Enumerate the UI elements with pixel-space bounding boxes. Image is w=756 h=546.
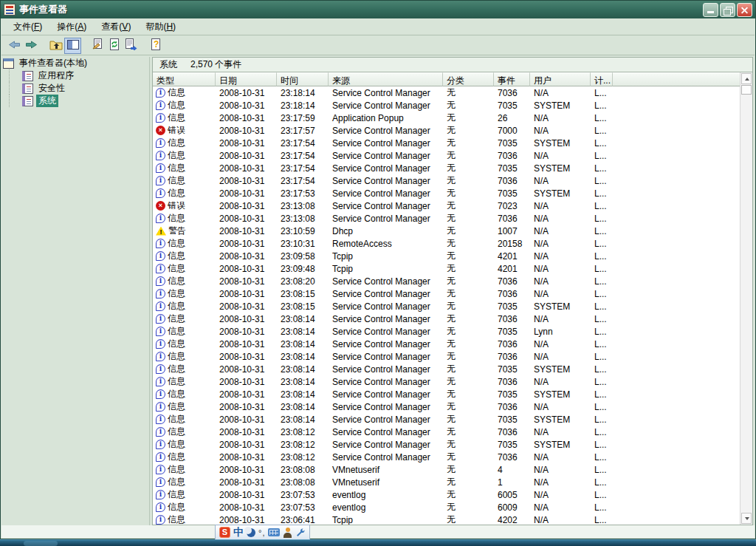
event-row[interactable]: 信息2008-10-3123:08:14Service Control Mana… — [153, 363, 740, 375]
cell-type: 信息 — [153, 438, 216, 451]
event-row[interactable]: 信息2008-10-3123:18:14Service Control Mana… — [153, 86, 740, 99]
cell-type: 信息 — [153, 250, 216, 262]
soft-keyboard-icon[interactable] — [268, 528, 280, 536]
full-half-width-icon[interactable] — [247, 528, 255, 537]
window-bottom-frame — [1, 525, 755, 538]
menu-help[interactable]: 帮助(H) — [138, 19, 183, 35]
cell-time: 23:10:31 — [277, 239, 329, 249]
event-row[interactable]: 信息2008-10-3123:08:14Service Control Mana… — [153, 388, 740, 400]
event-row[interactable]: 信息2008-10-3123:06:41Tcpip无4202N/AL... — [153, 513, 740, 525]
tools-wrench-icon[interactable] — [295, 528, 306, 538]
vertical-scrollbar[interactable] — [740, 72, 752, 525]
minimize-button[interactable] — [703, 3, 718, 17]
cell-type: 信息 — [153, 137, 216, 149]
event-row[interactable]: 信息2008-10-3123:10:31RemoteAccess无20158N/… — [153, 237, 740, 250]
title-bar[interactable]: 事件查看器 — [1, 1, 755, 18]
column-header-0[interactable]: 类型 — [153, 72, 216, 86]
event-row[interactable]: 信息2008-10-3123:13:08Service Control Mana… — [153, 212, 740, 225]
warning-event-icon — [156, 227, 166, 236]
event-row[interactable]: 信息2008-10-3123:17:54Service Control Mana… — [153, 137, 740, 149]
scroll-down-button[interactable] — [741, 513, 752, 524]
tree-item-label: 事件查看器(本地) — [17, 57, 89, 69]
info-event-icon — [156, 389, 165, 399]
tree-item-0[interactable]: 应用程序 — [3, 69, 149, 82]
cell-event: 4201 — [494, 251, 530, 262]
event-type-label: 信息 — [168, 513, 185, 525]
event-row[interactable]: 信息2008-10-3123:08:14Service Control Mana… — [153, 375, 740, 388]
column-header-6[interactable]: 用户 — [530, 72, 591, 86]
up-one-level-button[interactable] — [47, 38, 64, 54]
event-row[interactable]: 错误2008-10-3123:13:08Service Control Mana… — [153, 199, 740, 212]
column-header-3[interactable]: 来源 — [329, 72, 443, 86]
sogou-logo-icon[interactable]: S — [219, 527, 230, 538]
cell-category: 无 — [443, 237, 494, 250]
help-button[interactable]: ? — [147, 38, 164, 54]
event-row[interactable]: 信息2008-10-3123:17:54Service Control Mana… — [153, 149, 740, 162]
scroll-up-button[interactable] — [741, 73, 752, 84]
cell-event: 7036 — [494, 176, 530, 186]
chinese-mode-icon[interactable]: 中 — [233, 526, 244, 539]
column-header-5[interactable]: 事件 — [494, 72, 530, 86]
export-list-button[interactable] — [123, 38, 140, 54]
back-button[interactable] — [6, 38, 23, 54]
event-row[interactable]: 信息2008-10-3123:08:14Service Control Mana… — [153, 413, 740, 426]
info-event-icon — [156, 138, 165, 148]
event-row[interactable]: 信息2008-10-3123:09:48Tcpip无4201N/AL... — [153, 262, 740, 275]
forward-button[interactable] — [23, 38, 40, 54]
event-row[interactable]: 信息2008-10-3123:09:58Tcpip无4201N/AL... — [153, 250, 740, 262]
event-row[interactable]: 信息2008-10-3123:18:14Service Control Mana… — [153, 99, 740, 112]
event-row[interactable]: 信息2008-10-3123:08:08VMnetuserif无4N/AL... — [153, 463, 740, 476]
punctuation-mode-icon[interactable]: °, — [258, 528, 265, 537]
close-button[interactable] — [737, 3, 752, 17]
cell-type: 信息 — [153, 488, 216, 501]
cell-date: 2008-10-31 — [216, 113, 277, 123]
tree-item-root[interactable]: 事件查看器(本地) — [3, 57, 149, 69]
event-row[interactable]: 信息2008-10-3123:08:15Service Control Mana… — [153, 300, 740, 313]
refresh-button[interactable] — [106, 38, 123, 54]
cell-date: 2008-10-31 — [216, 389, 277, 400]
info-event-icon — [156, 440, 165, 449]
event-row[interactable]: 信息2008-10-3123:17:59Application Popup无26… — [153, 112, 740, 124]
event-row[interactable]: 信息2008-10-3123:07:53eventlog无6009N/AL... — [153, 501, 740, 513]
event-row[interactable]: 信息2008-10-3123:08:20Service Control Mana… — [153, 275, 740, 287]
event-viewer-app-icon — [4, 4, 16, 16]
cell-date: 2008-10-31 — [216, 440, 277, 450]
event-row[interactable]: 信息2008-10-3123:08:12Service Control Mana… — [153, 451, 740, 463]
event-row[interactable]: 错误2008-10-3123:17:57Service Control Mana… — [153, 124, 740, 137]
column-header-1[interactable]: 日期 — [216, 72, 277, 86]
event-row[interactable]: 信息2008-10-3123:07:53eventlog无6005N/AL... — [153, 488, 740, 501]
column-header-4[interactable]: 分类 — [443, 72, 494, 86]
event-row[interactable]: 信息2008-10-3123:08:14Service Control Mana… — [153, 400, 740, 413]
tree-item-2[interactable]: 系统 — [3, 95, 149, 107]
menu-view[interactable]: 查看(V) — [94, 19, 138, 35]
column-header-2[interactable]: 时间 — [277, 72, 329, 86]
properties-button[interactable] — [89, 38, 106, 54]
cell-date: 2008-10-31 — [216, 88, 277, 98]
restore-button[interactable] — [720, 3, 735, 17]
tree-item-label: 系统 — [36, 95, 58, 107]
cell-category: 无 — [443, 86, 494, 99]
scrollbar-thumb[interactable] — [741, 85, 752, 95]
event-type-label: 信息 — [168, 413, 185, 426]
event-row[interactable]: 信息2008-10-3123:17:53Service Control Mana… — [153, 187, 740, 199]
menu-action[interactable]: 操作(A) — [49, 19, 94, 35]
event-row[interactable]: 信息2008-10-3123:08:14Service Control Mana… — [153, 313, 740, 325]
show-hide-console-tree-button[interactable] — [64, 38, 81, 54]
taskbar-edge[interactable] — [0, 539, 756, 546]
column-header-7[interactable]: 计... — [591, 72, 613, 86]
user-icon[interactable] — [283, 528, 292, 538]
event-row[interactable]: 信息2008-10-3123:08:14Service Control Mana… — [153, 350, 740, 363]
event-row[interactable]: 信息2008-10-3123:08:14Service Control Mana… — [153, 338, 740, 350]
event-row[interactable]: 信息2008-10-3123:17:54Service Control Mana… — [153, 174, 740, 187]
tree-item-1[interactable]: 安全性 — [3, 82, 149, 95]
menu-file[interactable]: 文件(F) — [6, 19, 49, 35]
event-row[interactable]: 警告2008-10-3123:10:59Dhcp无1007N/AL... — [153, 225, 740, 237]
event-row[interactable]: 信息2008-10-3123:17:54Service Control Mana… — [153, 162, 740, 174]
cell-time: 23:17:57 — [277, 126, 329, 136]
event-row[interactable]: 信息2008-10-3123:08:08VMnetuserif无1N/AL... — [153, 476, 740, 488]
event-row[interactable]: 信息2008-10-3123:08:12Service Control Mana… — [153, 438, 740, 451]
event-row[interactable]: 信息2008-10-3123:08:12Service Control Mana… — [153, 426, 740, 438]
event-row[interactable]: 信息2008-10-3123:08:15Service Control Mana… — [153, 287, 740, 300]
event-row[interactable]: 信息2008-10-3123:08:14Service Control Mana… — [153, 325, 740, 338]
cell-computer: L... — [591, 126, 613, 136]
